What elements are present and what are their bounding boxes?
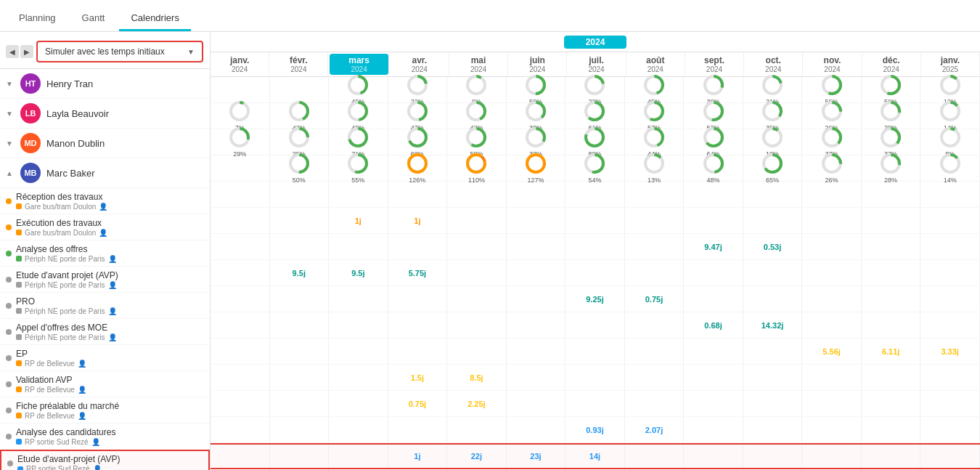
task-data-cell-8-11 bbox=[862, 391, 921, 416]
task-data-cell-4-12 bbox=[920, 286, 980, 312]
task-sub-icon-7: 👤 bbox=[78, 386, 86, 394]
task-data-cell-9-0 bbox=[211, 417, 270, 442]
tab-bar: Planning Gantt Calendriers bbox=[0, 0, 980, 32]
task-val-2-8: 9.47j bbox=[704, 243, 722, 251]
month-cell-4[interactable]: mai2024 bbox=[449, 52, 508, 76]
task-sub-text-0: Gare bus/tram Doulon bbox=[25, 203, 96, 211]
task-row-2[interactable]: Analyse des offres Périph NE porte de Pa… bbox=[0, 240, 210, 267]
task-data-cell-0-6 bbox=[565, 182, 625, 207]
month-cell-0[interactable]: janv.2024 bbox=[211, 52, 269, 76]
tab-planning[interactable]: Planning bbox=[7, 7, 68, 31]
task-data-cell-2-10 bbox=[802, 234, 862, 259]
grid-area[interactable]: 2024 janv.2024févr.2024mars2024avr.2024m… bbox=[211, 32, 980, 470]
task-sub-6: RP de Bellevue 👤 bbox=[16, 360, 86, 368]
data-cell-7: 45% bbox=[625, 77, 685, 102]
task-data-row-3: 9.5j9.5j5.75j bbox=[211, 260, 980, 286]
task-data-row-6: 5.56j6.11j3.33j bbox=[211, 339, 980, 365]
task-dot-10 bbox=[7, 461, 13, 466]
task-sub-dot-9 bbox=[16, 439, 22, 445]
month-cell-7[interactable]: août2024 bbox=[626, 52, 685, 76]
member-row-layla[interactable]: ▼ LB Layla Beauvoir bbox=[0, 99, 210, 129]
month-cell-1[interactable]: févr.2024 bbox=[269, 52, 328, 76]
task-list: Réception des travaux Gare bus/tram Doul… bbox=[0, 188, 210, 470]
month-cell-2[interactable]: mars2024 bbox=[330, 54, 388, 75]
task-val-7-4: 8.5j bbox=[470, 373, 483, 382]
task-name-10: Etude d'avant-projet (AVP) bbox=[17, 454, 120, 464]
task-data-cell-0-5 bbox=[507, 182, 566, 207]
task-row-7[interactable]: Validation AVP RP de Bellevue 👤 bbox=[0, 371, 210, 397]
data-cell-1: 25% bbox=[270, 129, 330, 155]
member-row-manon[interactable]: ▼ MD Manon Dublin bbox=[0, 129, 210, 158]
task-info-0: Réception des travaux Gare bus/tram Doul… bbox=[16, 192, 107, 211]
toggle-henry: ▼ bbox=[6, 80, 17, 88]
data-cell-4: 59% bbox=[447, 129, 507, 155]
task-data-cell-9-7: 2.07j bbox=[625, 417, 685, 442]
data-cell-5: 38% bbox=[507, 103, 566, 129]
task-data-cell-5-2 bbox=[329, 312, 388, 338]
task-sub-icon-9: 👤 bbox=[91, 438, 100, 446]
task-data-cell-6-9 bbox=[743, 339, 803, 364]
task-data-cell-3-10 bbox=[802, 260, 862, 285]
task-row-9[interactable]: Analyse des candidatures RP sortie Sud R… bbox=[0, 424, 210, 450]
task-sub-0: Gare bus/tram Doulon 👤 bbox=[16, 203, 107, 211]
task-data-cell-3-7 bbox=[625, 260, 685, 285]
task-row-1[interactable]: Exécution des travaux Gare bus/tram Doul… bbox=[0, 214, 210, 240]
task-val-3-2: 9.5j bbox=[351, 269, 364, 277]
task-val-7-3: 1.5j bbox=[411, 373, 424, 382]
data-cell-0 bbox=[211, 77, 270, 102]
month-cell-12[interactable]: janv.2025 bbox=[921, 52, 980, 76]
task-sub-4: Périph NE porte de Paris 👤 bbox=[16, 307, 117, 315]
task-row-10[interactable]: Etude d'avant-projet (AVP) RP sortie Sud… bbox=[0, 450, 210, 470]
tab-gantt[interactable]: Gantt bbox=[70, 7, 117, 31]
tab-calendriers[interactable]: Calendriers bbox=[119, 7, 190, 31]
task-data-cell-4-4 bbox=[447, 286, 507, 312]
task-sub-text-3: Périph NE porte de Paris bbox=[25, 281, 105, 289]
task-row-4[interactable]: PRO Périph NE porte de Paris 👤 bbox=[0, 293, 210, 319]
month-cell-9[interactable]: oct.2024 bbox=[744, 52, 803, 76]
task-sub-icon-10: 👤 bbox=[93, 465, 102, 470]
task-row-6[interactable]: EP RP de Bellevue 👤 bbox=[0, 345, 210, 371]
month-cell-6[interactable]: juil.2024 bbox=[567, 52, 626, 76]
task-data-cell-2-4 bbox=[447, 234, 507, 259]
month-cell-3[interactable]: avr.2024 bbox=[391, 52, 449, 76]
task-data-cell-0-4 bbox=[447, 182, 507, 207]
svg-point-85 bbox=[527, 155, 544, 172]
month-cell-5[interactable]: juin2024 bbox=[508, 52, 567, 76]
task-data-cell-9-2 bbox=[329, 417, 388, 442]
task-row-5[interactable]: Appel d'offres des MOE Périph NE porte d… bbox=[0, 319, 210, 345]
task-data-cell-4-11 bbox=[862, 286, 921, 312]
task-data-cell-10-12 bbox=[920, 445, 980, 468]
task-info-1: Exécution des travaux Gare bus/tram Doul… bbox=[16, 218, 107, 237]
task-sub-text-8: RP de Bellevue bbox=[25, 412, 75, 420]
task-data-cell-3-9 bbox=[743, 260, 803, 285]
task-sub-dot-5 bbox=[16, 334, 22, 340]
data-cell-9: 65% bbox=[743, 155, 803, 181]
task-val-1-3: 1j bbox=[414, 216, 420, 225]
member-row-henry[interactable]: ▼ HT Henry Tran bbox=[0, 69, 210, 99]
data-cell-2: 71% bbox=[329, 129, 388, 155]
task-row-3[interactable]: Etude d'avant projet (AVP) Périph NE por… bbox=[0, 267, 210, 293]
task-sub-icon-1: 👤 bbox=[99, 229, 107, 237]
task-data-cell-4-3 bbox=[388, 286, 448, 312]
simulate-button[interactable]: Simuler avec les temps initiaux ▼ bbox=[36, 41, 203, 62]
task-data-cell-1-12 bbox=[920, 208, 980, 233]
task-row-8[interactable]: Fiche préalable du marché RP de Bellevue… bbox=[0, 397, 210, 424]
month-cell-10[interactable]: nov.2024 bbox=[803, 52, 862, 76]
task-data-cell-6-2 bbox=[329, 339, 388, 364]
month-cell-8[interactable]: sept.2024 bbox=[685, 52, 744, 76]
data-cell-10: 26% bbox=[802, 155, 862, 181]
member-row-marc[interactable]: ▲ MB Marc Baker bbox=[0, 158, 210, 188]
nav-prev[interactable]: ◀ bbox=[6, 45, 19, 58]
task-val-10-4: 22j bbox=[471, 452, 482, 461]
task-data-cell-10-1 bbox=[270, 445, 330, 468]
month-cell-11[interactable]: déc.2024 bbox=[862, 52, 921, 76]
task-info-6: EP RP de Bellevue 👤 bbox=[16, 349, 86, 368]
data-cell-8: 64% bbox=[684, 129, 743, 155]
task-val-10-5: 23j bbox=[530, 452, 541, 461]
nav-next[interactable]: ▶ bbox=[20, 45, 33, 58]
task-data-cell-10-4: 22j bbox=[447, 445, 507, 468]
task-data-cell-7-1 bbox=[270, 365, 330, 390]
task-val-3-3: 5.75j bbox=[409, 269, 426, 277]
task-row-0[interactable]: Réception des travaux Gare bus/tram Doul… bbox=[0, 188, 210, 214]
month-header: janv.2024févr.2024mars2024avr.2024mai202… bbox=[211, 52, 980, 77]
